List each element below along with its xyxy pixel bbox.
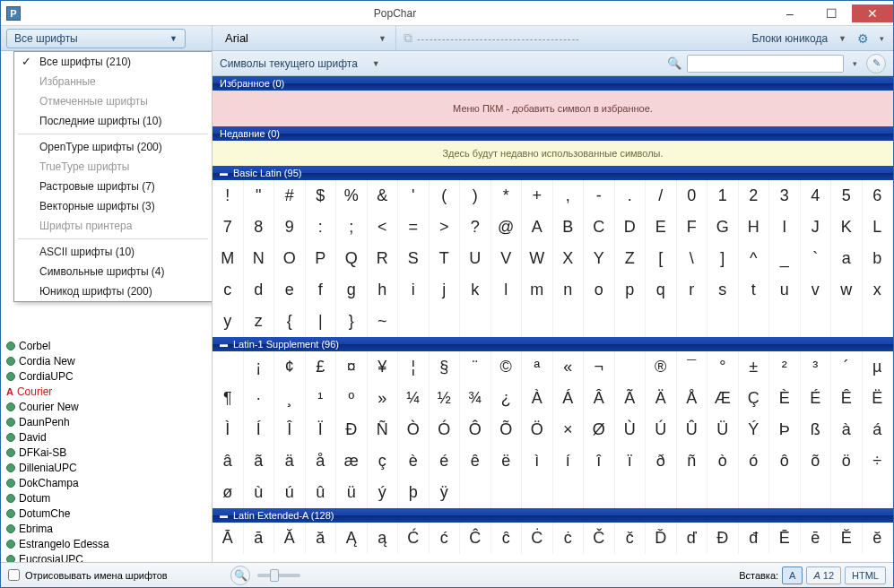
font-item[interactable]: DilleniaUPC bbox=[1, 460, 212, 475]
char-cell[interactable]: Ď bbox=[646, 523, 677, 554]
char-cell[interactable]: o bbox=[584, 274, 615, 306]
char-cell[interactable]: þ bbox=[398, 477, 430, 508]
char-cell[interactable]: Ą bbox=[336, 523, 368, 554]
char-cell[interactable]: Q bbox=[336, 243, 368, 274]
char-cell[interactable]: » bbox=[368, 383, 399, 414]
char-cell[interactable]: * bbox=[491, 180, 523, 212]
char-cell[interactable]: g bbox=[336, 274, 368, 306]
char-cell[interactable]: [ bbox=[646, 243, 677, 274]
char-cell[interactable]: m bbox=[522, 274, 553, 306]
char-cell[interactable]: í bbox=[553, 445, 585, 477]
char-cell[interactable]: C bbox=[584, 212, 615, 243]
char-cell[interactable]: å bbox=[306, 445, 337, 477]
font-item[interactable]: ACourier bbox=[1, 384, 212, 399]
char-cell[interactable]: đ bbox=[739, 523, 770, 554]
char-cell[interactable]: 7 bbox=[213, 212, 244, 243]
char-cell[interactable]: õ bbox=[801, 445, 832, 477]
menu-item[interactable]: ✓Все шрифты (210) bbox=[14, 52, 212, 72]
link-icon[interactable]: ⧉ bbox=[404, 30, 413, 46]
char-cell[interactable]: w bbox=[831, 274, 863, 306]
char-cell[interactable]: u bbox=[769, 274, 801, 306]
char-cell[interactable]: ù bbox=[244, 477, 275, 508]
char-cell[interactable]: Ù bbox=[615, 414, 647, 445]
char-cell[interactable]: ° bbox=[707, 351, 739, 383]
close-button[interactable]: ✕ bbox=[852, 4, 893, 22]
char-cell[interactable]: á bbox=[863, 414, 894, 445]
char-cell[interactable]: ~ bbox=[368, 306, 399, 337]
char-cell[interactable]: s bbox=[707, 274, 739, 306]
char-cell[interactable]: ¤ bbox=[336, 351, 368, 383]
char-cell[interactable]: : bbox=[306, 212, 337, 243]
zoom-slider[interactable] bbox=[257, 574, 300, 577]
char-cell[interactable]: R bbox=[368, 243, 399, 274]
char-cell[interactable]: è bbox=[398, 445, 430, 477]
menu-item[interactable]: Символьные шрифты (4) bbox=[14, 262, 212, 281]
char-cell[interactable]: · bbox=[244, 383, 275, 414]
char-cell[interactable]: \ bbox=[677, 243, 708, 274]
char-cell[interactable]: @ bbox=[491, 212, 523, 243]
char-cell[interactable]: & bbox=[368, 180, 399, 212]
char-cell[interactable]: ä bbox=[274, 445, 306, 477]
char-cell[interactable]: L bbox=[863, 212, 894, 243]
magnifier-icon[interactable]: 🔍 bbox=[230, 566, 250, 585]
render-font-names-checkbox[interactable] bbox=[8, 569, 20, 581]
char-cell[interactable]: ï bbox=[615, 445, 647, 477]
char-cell[interactable]: ¿ bbox=[491, 383, 523, 414]
char-cell[interactable]: x bbox=[863, 274, 894, 306]
char-cell[interactable]: ý bbox=[368, 477, 399, 508]
char-cell[interactable]: ê bbox=[460, 445, 491, 477]
char-cell[interactable]: 4 bbox=[801, 180, 832, 212]
char-cell[interactable]: ç bbox=[368, 445, 399, 477]
section-basic-latin[interactable]: ▬Basic Latin (95) bbox=[213, 166, 893, 180]
char-cell[interactable]: d bbox=[244, 274, 275, 306]
char-cell[interactable]: Õ bbox=[491, 414, 523, 445]
char-cell[interactable]: ð bbox=[646, 445, 677, 477]
char-cell[interactable]: a bbox=[831, 243, 863, 274]
char-cell[interactable]: ` bbox=[801, 243, 832, 274]
char-cell[interactable]: f bbox=[306, 274, 337, 306]
font-item[interactable]: DotumChe bbox=[1, 506, 212, 521]
char-cell[interactable]: K bbox=[831, 212, 863, 243]
char-cell[interactable]: ÿ bbox=[430, 477, 461, 508]
char-cell[interactable]: ¼ bbox=[398, 383, 430, 414]
char-cell[interactable]: ¦ bbox=[398, 351, 430, 383]
char-cell[interactable]: ď bbox=[677, 523, 708, 554]
char-cell[interactable]: £ bbox=[306, 351, 337, 383]
char-cell[interactable]: ; bbox=[336, 212, 368, 243]
char-cell[interactable]: ¯ bbox=[677, 351, 708, 383]
char-cell[interactable]: ª bbox=[522, 351, 553, 383]
char-cell[interactable]: G bbox=[707, 212, 739, 243]
char-cell[interactable]: X bbox=[553, 243, 585, 274]
char-cell[interactable]: ! bbox=[213, 180, 244, 212]
char-cell[interactable]: º bbox=[336, 383, 368, 414]
char-cell[interactable]: " bbox=[244, 180, 275, 212]
font-item[interactable]: Estrangelo Edessa bbox=[1, 536, 212, 551]
char-cell[interactable]: | bbox=[306, 306, 337, 337]
section-latin-ext-a[interactable]: ▬Latin Extended-A (128) bbox=[213, 508, 893, 523]
char-cell[interactable]: û bbox=[306, 477, 337, 508]
char-cell[interactable]: ē bbox=[801, 523, 832, 554]
edit-button[interactable]: ✎ bbox=[866, 54, 886, 74]
char-cell[interactable]: Ä bbox=[646, 383, 677, 414]
char-cell[interactable]: z bbox=[244, 306, 275, 337]
font-item[interactable]: Corbel bbox=[1, 338, 212, 353]
char-cell[interactable]: H bbox=[739, 212, 770, 243]
chevron-down-icon[interactable]: ▼ bbox=[835, 34, 850, 43]
char-cell[interactable]: ¬ bbox=[584, 351, 615, 383]
char-cell[interactable]: Ö bbox=[522, 414, 553, 445]
char-cell[interactable]: Ċ bbox=[522, 523, 553, 554]
char-cell[interactable]: } bbox=[336, 306, 368, 337]
insert-mode-html[interactable]: HTML bbox=[845, 566, 886, 584]
chevron-down-icon[interactable]: ▾ bbox=[876, 34, 888, 43]
char-cell[interactable]: 3 bbox=[769, 180, 801, 212]
char-cell[interactable]: ô bbox=[769, 445, 801, 477]
char-cell[interactable]: + bbox=[522, 180, 553, 212]
char-cell[interactable]: ] bbox=[707, 243, 739, 274]
font-item[interactable]: Courier New bbox=[1, 399, 212, 414]
char-cell[interactable]: N bbox=[244, 243, 275, 274]
char-cell[interactable]: V bbox=[491, 243, 523, 274]
char-cell[interactable]: Z bbox=[615, 243, 647, 274]
char-cell[interactable]: À bbox=[522, 383, 553, 414]
char-cell[interactable]: ± bbox=[739, 351, 770, 383]
font-item[interactable]: David bbox=[1, 429, 212, 445]
